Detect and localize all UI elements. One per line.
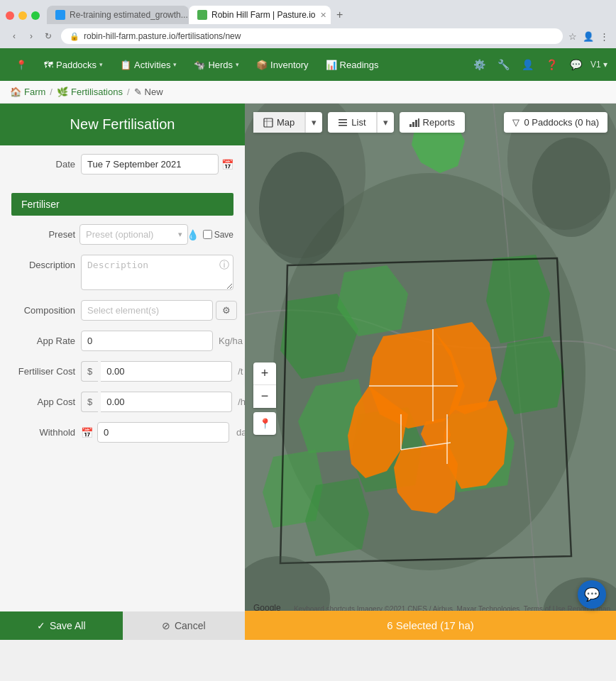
withhold-unit: days xyxy=(233,427,245,438)
reload-button[interactable]: ↻ xyxy=(41,29,55,43)
nav-inventory[interactable]: 📦 Inventory xyxy=(249,55,315,74)
list-view-button[interactable]: List xyxy=(328,112,375,133)
profile-icon[interactable]: 👤 xyxy=(583,31,594,42)
withhold-control: 📅 days xyxy=(81,422,245,443)
bookmarks-icon[interactable]: ☆ xyxy=(568,31,577,42)
description-textarea[interactable] xyxy=(81,255,233,290)
reports-view-group: Reports xyxy=(400,112,466,133)
maximize-traffic-light[interactable] xyxy=(31,11,40,20)
map-view-group: Map ▾ xyxy=(253,112,322,133)
fertiliser-cost-control: $ /t xyxy=(81,361,245,382)
selection-count: 6 Selected (17 ha) xyxy=(387,619,474,631)
tab-favicon-pasture xyxy=(197,10,207,20)
calendar-button[interactable]: 📅 xyxy=(221,159,233,170)
zoom-out-button[interactable]: − xyxy=(253,385,276,408)
settings-icon[interactable]: 🔧 xyxy=(494,55,514,74)
nav-location[interactable]: 📍 xyxy=(9,55,34,74)
app-cost-dollar: $ xyxy=(81,392,98,412)
withhold-input[interactable] xyxy=(97,422,229,443)
nav-readings[interactable]: 📊 Readings xyxy=(319,55,386,74)
close-traffic-light[interactable] xyxy=(6,11,14,20)
zoom-in-button[interactable]: + xyxy=(253,362,276,385)
address-text: robin-hill-farm.pasture.io/fertilisation… xyxy=(84,31,241,41)
inventory-label: Inventory xyxy=(270,60,308,70)
breadcrumb: 🏠 Farm / 🌿 Fertilisations / ✎ New xyxy=(0,81,616,104)
svg-marker-23 xyxy=(305,478,369,556)
breadcrumb-farm[interactable]: 🏠 Farm xyxy=(10,87,45,97)
breadcrumb-new: ✎ New xyxy=(134,87,163,97)
description-row: Description ⓘ xyxy=(11,255,233,290)
help-icon[interactable]: ❓ xyxy=(542,55,562,74)
cancel-icon: ⊘ xyxy=(162,620,170,631)
preset-select[interactable]: Preset (optional) xyxy=(79,224,188,245)
list-view-dropdown[interactable]: ▾ xyxy=(377,112,394,133)
cancel-button[interactable]: ⊘ Cancel xyxy=(123,611,246,640)
fertiliser-cost-label: Fertiliser Cost xyxy=(11,361,75,377)
tools-icon[interactable]: ⚙️ xyxy=(470,55,490,74)
notifications-icon[interactable]: 💬 xyxy=(566,55,586,74)
chat-button[interactable]: 💬 xyxy=(578,580,606,609)
preset-label: Preset xyxy=(11,229,75,240)
selection-bar: 6 Selected (17 ha) xyxy=(245,611,616,640)
description-info-icon[interactable]: ⓘ xyxy=(219,259,229,272)
map-view-button[interactable]: Map xyxy=(253,112,304,133)
withhold-calendar-icon: 📅 xyxy=(81,427,93,438)
tab-label-retraining: Re-training estimated_growth... xyxy=(70,10,188,20)
edit-icon: ✎ xyxy=(134,87,142,97)
app-cost-input[interactable] xyxy=(101,392,232,412)
svg-point-37 xyxy=(532,138,610,237)
back-button[interactable]: ‹ xyxy=(7,29,21,43)
composition-input[interactable] xyxy=(81,300,213,321)
nav-herds[interactable]: 🐄 Herds ▾ xyxy=(187,55,246,74)
paddocks-count: 0 Paddocks (0 ha) xyxy=(524,117,599,128)
add-tab-button[interactable]: + xyxy=(331,6,348,24)
address-bar[interactable]: 🔒 robin-hill-farm.pasture.io/fertilisati… xyxy=(61,28,563,44)
readings-icon: 📊 xyxy=(326,60,337,70)
app-cost-control: $ /ha xyxy=(81,392,245,412)
svg-rect-6 xyxy=(415,120,417,127)
svg-marker-21 xyxy=(500,336,564,414)
home-icon: 🏠 xyxy=(10,87,21,97)
save-all-check-icon: ✓ xyxy=(37,620,45,631)
nav-paddocks[interactable]: 🗺 Paddocks ▾ xyxy=(37,55,110,74)
fertiliser-cost-input[interactable] xyxy=(101,361,232,382)
chat-icon: 💬 xyxy=(584,587,600,602)
herds-label: Herds xyxy=(208,60,233,70)
browser-tab-retraining[interactable]: Re-training estimated_growth... ✕ xyxy=(47,6,189,24)
save-all-button[interactable]: ✓ Save All xyxy=(0,611,123,640)
menu-icon[interactable]: ⋮ xyxy=(600,31,609,42)
app-nav: 📍 🗺 Paddocks ▾ 📋 Activities ▾ 🐄 Herds ▾ … xyxy=(0,48,616,81)
app-cost-row: App Cost $ /ha xyxy=(11,392,233,412)
preset-checkbox[interactable] xyxy=(203,230,212,239)
nav-activities[interactable]: 📋 Activities ▾ xyxy=(113,55,184,74)
activities-icon: 📋 xyxy=(120,60,131,70)
map-icon xyxy=(263,118,273,128)
forward-button[interactable]: › xyxy=(24,29,38,43)
herds-icon: 🐄 xyxy=(194,60,205,70)
fertiliser-cost-dollar: $ xyxy=(81,361,98,382)
tab-close-pasture[interactable]: ✕ xyxy=(320,11,326,20)
fertiliser-cost-row: Fertiliser Cost $ /t xyxy=(11,361,233,382)
reports-view-button[interactable]: Reports xyxy=(400,112,466,133)
app-rate-control: Kg/ha xyxy=(81,331,245,351)
withhold-row: Withhold 📅 days xyxy=(11,422,233,443)
preset-info-icon[interactable]: 💧 xyxy=(187,229,199,240)
minimize-traffic-light[interactable] xyxy=(18,11,27,20)
composition-row: Composition ⚙ xyxy=(11,300,233,321)
breadcrumb-fertilisations[interactable]: 🌿 Fertilisations xyxy=(57,87,123,97)
map-view-dropdown[interactable]: ▾ xyxy=(305,112,322,133)
version-label[interactable]: V1 ▾ xyxy=(590,60,607,70)
my-location-button[interactable]: 📍 xyxy=(253,412,276,435)
browser-tab-pasture[interactable]: Robin Hill Farm | Pasture.io ✕ xyxy=(189,6,331,24)
date-section: Date 📅 xyxy=(0,145,245,193)
lock-icon: 🔒 xyxy=(70,32,79,41)
preset-row: Preset Preset (optional) ▾ 💧 Save xyxy=(11,224,233,245)
date-input[interactable] xyxy=(81,154,219,175)
svg-rect-2 xyxy=(339,122,347,123)
user-icon[interactable]: 👤 xyxy=(518,55,538,74)
app-rate-input[interactable] xyxy=(81,331,213,351)
composition-gear-button[interactable]: ⚙ xyxy=(216,301,237,320)
app-cost-unit: /ha xyxy=(235,397,245,407)
paddocks-icon: 🗺 xyxy=(44,60,53,70)
description-label: Description xyxy=(11,255,75,270)
